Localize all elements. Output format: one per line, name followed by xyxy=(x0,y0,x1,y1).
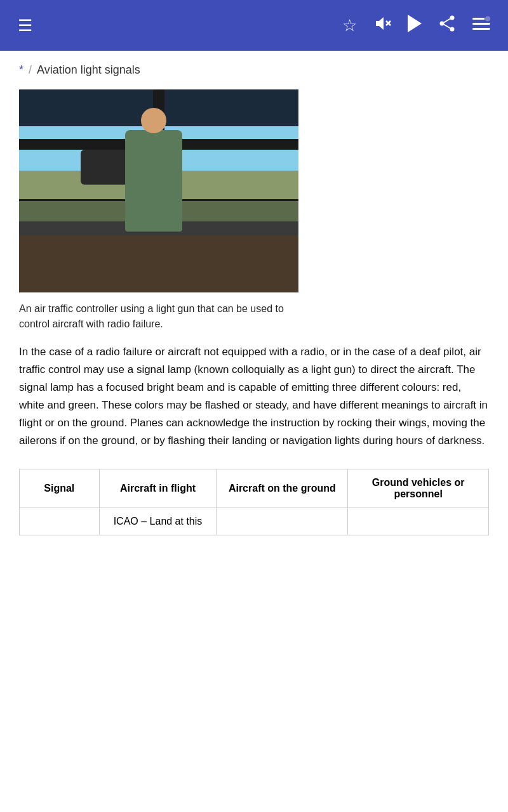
overflow-menu-icon[interactable] xyxy=(467,10,495,42)
breadcrumb-star: * xyxy=(19,63,23,77)
breadcrumb-page-title: Aviation light signals xyxy=(37,63,140,77)
cell-signal xyxy=(20,508,100,535)
main-content: * / Aviation light signals An air traffi… xyxy=(0,51,508,548)
bookmark-icon[interactable]: ☆ xyxy=(337,11,362,41)
top-bar-actions: ☆ xyxy=(337,10,495,42)
breadcrumb: * / Aviation light signals xyxy=(19,63,489,77)
mute-icon[interactable] xyxy=(368,10,396,42)
image-placeholder xyxy=(19,89,298,292)
table-row: ICAO – Land at this xyxy=(20,508,489,535)
cell-ground xyxy=(217,508,348,535)
share-icon[interactable] xyxy=(433,10,461,42)
article-body: In the case of a radio failure or aircra… xyxy=(19,343,489,450)
col-header-flight: Aircraft in flight xyxy=(99,469,217,508)
svg-point-5 xyxy=(450,27,455,31)
play-icon[interactable] xyxy=(403,10,427,42)
image-caption: An air traffic controller using a light … xyxy=(19,301,298,332)
signal-table: Signal Aircraft in flight Aircraft on th… xyxy=(19,469,489,535)
svg-point-13 xyxy=(485,16,490,21)
svg-marker-0 xyxy=(376,17,384,30)
col-header-vehicles: Ground vehicles or personnel xyxy=(348,469,489,508)
svg-line-8 xyxy=(444,24,450,28)
svg-point-6 xyxy=(440,21,444,25)
menu-icon[interactable]: ☰ xyxy=(13,11,37,41)
svg-rect-11 xyxy=(472,28,490,30)
cell-vehicles xyxy=(348,508,489,535)
top-navigation-bar: ☰ ☆ xyxy=(0,0,508,51)
cell-flight: ICAO – Land at this xyxy=(99,508,217,535)
svg-point-4 xyxy=(450,15,455,20)
col-header-signal: Signal xyxy=(20,469,100,508)
svg-line-7 xyxy=(444,18,450,22)
svg-marker-3 xyxy=(408,15,422,32)
article-image xyxy=(19,89,298,292)
col-header-ground: Aircraft on the ground xyxy=(217,469,348,508)
breadcrumb-separator: / xyxy=(29,63,32,77)
svg-rect-10 xyxy=(472,23,490,25)
table-header-row: Signal Aircraft in flight Aircraft on th… xyxy=(20,469,489,508)
